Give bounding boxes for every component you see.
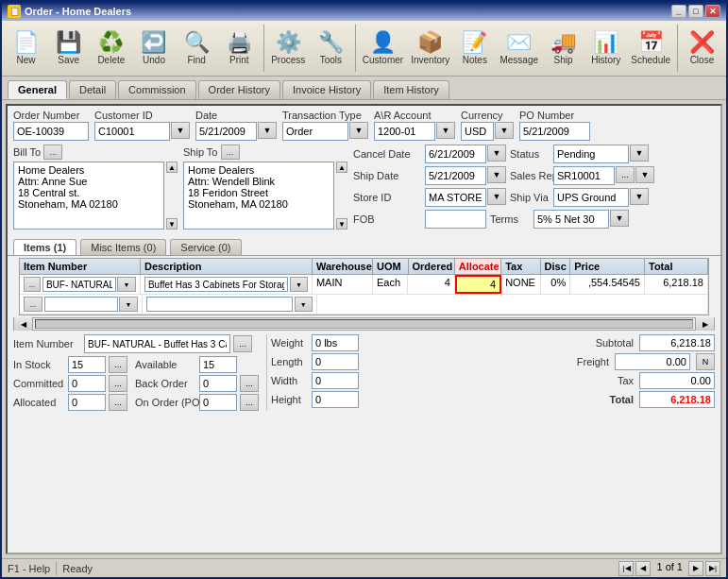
item-number-input[interactable] [42,277,116,292]
ar-account-dropdown[interactable]: ▼ [436,122,455,139]
sales-rep-lookup[interactable]: ... [616,166,635,183]
transaction-type-input[interactable] [282,122,348,141]
tools-button[interactable]: 🔧 Tools [311,23,351,74]
new-button[interactable]: 📄 New [6,23,46,74]
height-value[interactable] [312,391,359,408]
undo-button[interactable]: ↩️ Undo [133,23,174,74]
page-next-button[interactable]: ▶ [688,561,703,576]
new-desc-dropdown[interactable]: ▼ [295,297,313,312]
customer-id-input[interactable] [94,122,170,141]
currency-input[interactable] [461,122,494,141]
store-id-input[interactable] [425,188,486,207]
ship-button[interactable]: 🚚 Ship [543,23,584,74]
ship-date-dropdown[interactable]: ▼ [487,166,506,183]
status-dropdown[interactable]: ▼ [630,145,649,162]
find-button[interactable]: 🔍 Find [177,23,217,74]
status-input[interactable] [553,145,629,163]
cell-ordered: 4 [408,275,454,294]
process-button[interactable]: ⚙️ Process [268,23,309,74]
tab-detail[interactable]: Detail [69,80,116,99]
fob-input[interactable] [425,210,486,229]
allocated-lookup[interactable]: ... [109,394,127,411]
bill-to-scroll-down[interactable]: ▼ [166,218,178,230]
cell-allocate[interactable]: 4 [455,275,501,294]
window-close-button[interactable]: ✕ [705,5,720,18]
subtab-items[interactable]: Items (1) [13,239,76,255]
tab-general[interactable]: General [8,80,67,99]
subtab-service[interactable]: Service (0) [170,239,241,255]
horizontal-scrollbar[interactable]: ◀ ▶ [13,317,715,331]
delete-button[interactable]: ♻️ Delete [91,23,131,74]
length-value[interactable] [312,353,359,370]
in-stock-lookup[interactable]: ... [109,356,127,373]
committed-lookup[interactable]: ... [109,375,127,392]
page-prev-button[interactable]: ◀ [635,561,651,576]
terms-dropdown[interactable]: ▼ [610,210,629,227]
bill-to-button[interactable]: ... [43,145,62,160]
new-desc-input[interactable] [146,297,293,312]
description-dropdown[interactable]: ▼ [290,277,308,292]
ship-to-address[interactable]: Home Dealers Attn: Wendell Blink 18 Feri… [183,162,334,230]
sales-rep-dropdown[interactable]: ▼ [635,166,654,183]
customer-id-lookup-button[interactable]: ▼ [171,122,190,139]
minimize-button[interactable]: _ [671,5,686,18]
new-item-dropdown[interactable]: ▼ [119,297,138,312]
inventory-button[interactable]: 📦 Inventory [408,23,452,74]
subtab-misc-items[interactable]: Misc Items (0) [80,239,166,255]
scrollbar-track[interactable] [35,319,693,329]
ar-account-input[interactable] [374,122,435,141]
freight-value[interactable] [615,353,690,370]
description-input[interactable] [144,277,288,292]
currency-dropdown[interactable]: ▼ [495,122,514,139]
message-button[interactable]: ✉️ Message [497,23,541,74]
new-item-lookup[interactable]: ... [24,297,42,312]
po-number-input[interactable] [519,122,590,141]
scroll-right-button[interactable]: ▶ [695,317,714,331]
tab-order-history[interactable]: Order History [198,80,280,99]
item-lookup-button[interactable]: ... [24,277,41,292]
order-number-input[interactable] [13,122,89,141]
on-order-lookup[interactable]: ... [240,394,259,411]
customer-button[interactable]: 👤 Customer [360,23,406,74]
page-first-button[interactable]: |◀ [618,561,634,576]
date-dropdown-button[interactable]: ▼ [258,122,277,139]
tab-commission[interactable]: Commission [118,80,196,99]
item-dropdown[interactable]: ▼ [117,277,136,292]
schedule-button[interactable]: 📅 Schedule [628,23,673,74]
scroll-left-button[interactable]: ◀ [14,317,33,331]
freight-n-button[interactable]: N [696,353,715,370]
save-button[interactable]: 💾 Save [48,23,89,74]
weight-value[interactable] [312,334,359,351]
page-last-button[interactable]: ▶| [705,561,720,576]
store-id-dropdown[interactable]: ▼ [487,188,506,205]
history-button[interactable]: 📊 History [585,23,626,74]
bill-to-address[interactable]: Home Dealers Attn: Anne Sue 18 Central s… [13,162,164,230]
tab-invoice-history[interactable]: Invoice History [282,80,371,99]
notes-button[interactable]: 📝 Notes [454,23,495,74]
new-item-input[interactable] [44,297,118,312]
ship-via-input[interactable] [553,188,629,207]
width-value[interactable] [312,372,359,389]
cancel-date-dropdown[interactable]: ▼ [487,145,506,162]
sales-rep-input[interactable] [553,166,615,185]
transaction-type-dropdown[interactable]: ▼ [349,122,368,139]
ship-to-scroll-down[interactable]: ▼ [336,218,347,230]
currency-label: Currency [461,110,514,121]
ship-date-input[interactable] [425,166,486,185]
terms-input[interactable] [533,210,609,229]
cancel-date-label: Cancel Date [353,148,421,160]
tab-item-history[interactable]: Item History [373,80,449,99]
date-input[interactable] [195,122,257,141]
ship-to-button[interactable]: ... [221,145,240,160]
bill-to-scroll-up[interactable]: ▲ [166,162,178,173]
ship-via-dropdown[interactable]: ▼ [630,188,649,205]
print-button[interactable]: 🖨️ Print [219,23,260,74]
close-button[interactable]: ❌ Close [682,23,722,74]
toolbar-separator-3 [677,25,678,72]
ship-to-scroll-up[interactable]: ▲ [336,162,347,173]
item-number-lookup-button[interactable]: ... [233,335,252,352]
item-number-value[interactable] [84,334,230,353]
maximize-button[interactable]: □ [688,5,703,18]
back-order-lookup[interactable]: ... [240,375,259,392]
cancel-date-input[interactable] [425,145,486,163]
